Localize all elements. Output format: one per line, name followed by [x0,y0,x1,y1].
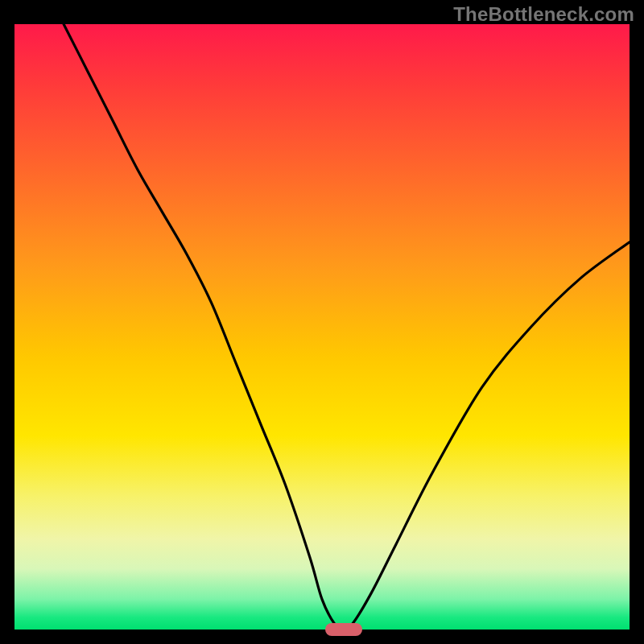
bottleneck-curve-line [64,24,630,630]
watermark-text: TheBottleneck.com [453,3,634,26]
curve-layer [14,24,630,630]
optimal-point-marker [325,623,362,636]
chart-frame: TheBottleneck.com [0,0,644,644]
plot-area [14,24,630,630]
